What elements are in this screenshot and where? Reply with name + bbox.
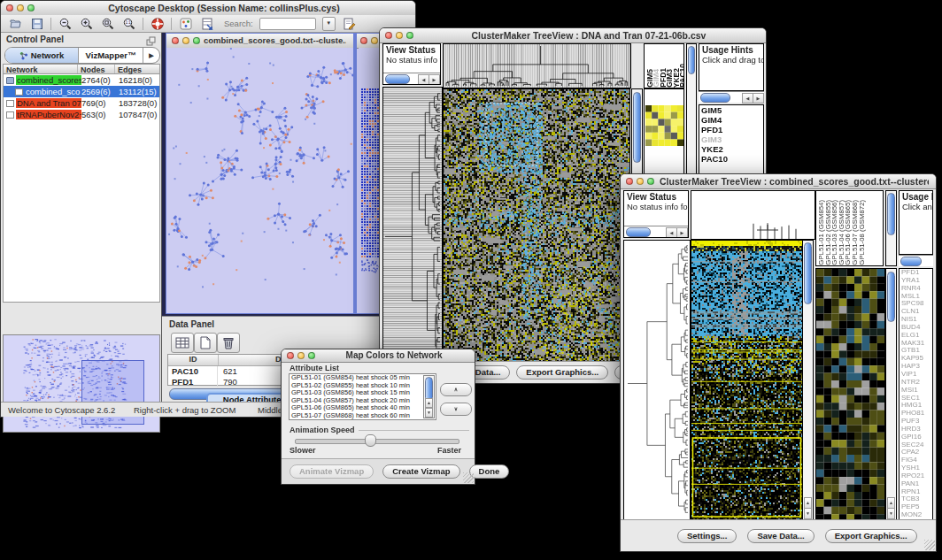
treeview-button[interactable]: Export Graphics... [516, 365, 608, 380]
network-overview-canvas[interactable] [4, 335, 159, 432]
close-button[interactable] [626, 178, 633, 185]
zoom-in-icon[interactable] [79, 16, 94, 31]
minimize-button[interactable] [297, 352, 305, 359]
mini-heatmap-canvas[interactable] [645, 105, 683, 146]
heatmap-canvas[interactable] [691, 240, 804, 520]
labels-vscrollbar[interactable] [885, 190, 897, 266]
col-network[interactable]: Network [4, 65, 78, 73]
row-dendrogram-canvas[interactable] [382, 87, 443, 362]
document-edit-icon[interactable] [342, 16, 357, 31]
treeview-button[interactable]: Settings... [677, 529, 737, 543]
network-overview-panel[interactable] [3, 334, 160, 433]
scroll-up-arrow[interactable]: ▲ [425, 398, 433, 408]
view-status-hscrollbar[interactable]: ◀▶ [624, 226, 688, 237]
gene-list-item[interactable]: MON2 [900, 511, 932, 519]
minimize-button[interactable] [371, 37, 378, 44]
treeview-button[interactable]: Export Graphics... [825, 529, 917, 543]
zoom-out-icon[interactable] [58, 16, 73, 31]
network-table-row[interactable]: tRNAPuberNov2+ 563(0) 107847(0) [4, 109, 159, 120]
network-table-row[interactable]: DNA and Tran 07 769(0) 183728(0) [4, 97, 159, 109]
network-view-window[interactable]: combined_scores_good.txt--cluste... [166, 33, 354, 314]
zoom-button[interactable] [308, 352, 315, 359]
scroll-down-arrow[interactable]: ▼ [887, 508, 895, 519]
resize-grip[interactable] [463, 472, 474, 483]
attribute-list[interactable]: GPL51-01 (GSM854) heat shock 05 minGPL51… [289, 373, 436, 420]
col-nodes[interactable]: Nodes [78, 65, 115, 73]
gene-list-item[interactable]: PFD1 [699, 125, 763, 134]
move-up-button[interactable]: ∧ [440, 383, 472, 396]
dialog-titlebar[interactable]: Map Colors to Network [282, 349, 475, 363]
column-dendrogram-canvas[interactable] [691, 190, 815, 240]
treeview-button[interactable]: Save Data... [747, 529, 814, 543]
close-button[interactable] [6, 4, 13, 12]
zoom-button[interactable] [406, 32, 413, 39]
attribute-list-vscrollbar[interactable]: ▲ ▼ [423, 375, 435, 418]
minimize-button[interactable] [182, 37, 189, 44]
col-edges[interactable]: Edges [115, 65, 159, 73]
column-label[interactable]: GPL51-08 (GSM872) [859, 200, 866, 265]
birdseye-view-icon[interactable] [178, 16, 193, 31]
help-lifering-icon[interactable] [150, 16, 165, 31]
move-down-button[interactable]: ∨ [440, 403, 472, 416]
gene-list-item[interactable]: GIM3 [699, 134, 763, 144]
done-button[interactable]: Done [469, 464, 510, 479]
col-id[interactable]: ID [168, 355, 219, 365]
search-dropdown-arrow[interactable]: ▼ [322, 17, 336, 31]
main-titlebar[interactable]: Cytoscape Desktop (Session Name: collins… [1, 1, 415, 16]
minimize-button[interactable] [637, 178, 644, 185]
tab-network[interactable]: Network [5, 48, 79, 63]
tab-vizmapper[interactable]: VizMapper™ [79, 48, 143, 63]
zoom-button[interactable] [647, 178, 654, 185]
zoom-actual-size-icon[interactable]: 1:1 [121, 16, 136, 31]
network-table-row[interactable]: combined_scores 2764(0) 16218(0) [4, 74, 159, 86]
animate-vizmap-button[interactable]: Animate Vizmap [290, 464, 374, 479]
combined-gene-list[interactable]: PFD1YRA1RNR4MSL1SPC98CLN1NIS1BUD4ELG1MAK… [899, 268, 933, 520]
search-input[interactable] [259, 18, 316, 30]
create-vizmap-button[interactable]: Create Vizmap [382, 464, 459, 479]
new-attribute-icon[interactable] [194, 333, 217, 353]
scroll-down-arrow[interactable]: ▼ [804, 508, 812, 519]
view-status-hscrollbar[interactable]: ◀▶ [383, 73, 440, 84]
zoomed-heatmap-canvas[interactable] [815, 268, 885, 520]
network-graph-canvas[interactable] [166, 48, 353, 313]
animation-speed-slider-thumb[interactable] [365, 434, 376, 447]
column-label[interactable]: PAC10 [680, 64, 684, 88]
import-table-icon[interactable] [199, 16, 214, 31]
scroll-down-arrow[interactable]: ▼ [425, 408, 433, 418]
treeview-dna-titlebar[interactable]: ClusterMaker TreeView : DNA and Tran 07-… [380, 28, 766, 43]
zoom-fit-icon[interactable] [100, 16, 115, 31]
close-button[interactable] [360, 37, 367, 44]
animation-speed-slider-track[interactable] [295, 439, 459, 444]
row-dendrogram-canvas[interactable] [623, 240, 691, 520]
open-folder-icon[interactable] [8, 16, 23, 31]
scroll-right-arrow[interactable]: ▶ [753, 93, 764, 104]
gene-list-item[interactable]: GIM4 [699, 115, 763, 125]
close-button[interactable] [287, 352, 294, 359]
zoomed-heatmap-vscrollbar[interactable]: ▲ ▼ [885, 268, 897, 520]
scroll-right-arrow[interactable]: ▶ [676, 227, 688, 238]
gene-list-item[interactable]: GIM5 [699, 105, 763, 115]
close-button[interactable] [385, 32, 392, 39]
gene-list-item[interactable]: PAC10 [699, 154, 763, 164]
scroll-right-arrow[interactable]: ▶ [429, 74, 440, 85]
close-button[interactable] [172, 37, 179, 44]
usage-hints-hscrollbar[interactable]: ◀▶ [699, 91, 764, 103]
usage-hints-hscrollbar[interactable] [899, 255, 933, 266]
attribute-select-icon[interactable] [171, 333, 194, 353]
treeview-combined-titlebar[interactable]: ClusterMaker TreeView : combined_scores_… [621, 174, 936, 189]
delete-attribute-trash-icon[interactable] [217, 333, 240, 353]
minimize-button[interactable] [17, 4, 24, 12]
network-window-titlebar[interactable]: combined_scores_good.txt--cluste... [166, 34, 353, 49]
heatmap-canvas[interactable] [443, 88, 630, 362]
resize-grip[interactable] [924, 540, 935, 550]
tab-overflow-arrow[interactable]: ▶ [143, 48, 159, 63]
minimize-button[interactable] [396, 32, 403, 39]
network-table-row[interactable]: combined_sco 2569(6) 13112(15) [4, 86, 159, 97]
zoom-button[interactable] [27, 4, 35, 12]
heatmap-vscrollbar[interactable]: ▲ ▼ [802, 240, 814, 520]
zoom-button[interactable] [193, 37, 200, 44]
save-icon[interactable] [29, 16, 44, 31]
column-dendrogram-canvas[interactable] [443, 43, 631, 88]
attribute-list-item[interactable]: GPL51-07 (GSM868) heat shock 60 min [290, 412, 436, 420]
gene-list-item[interactable]: YKE2 [699, 144, 763, 154]
